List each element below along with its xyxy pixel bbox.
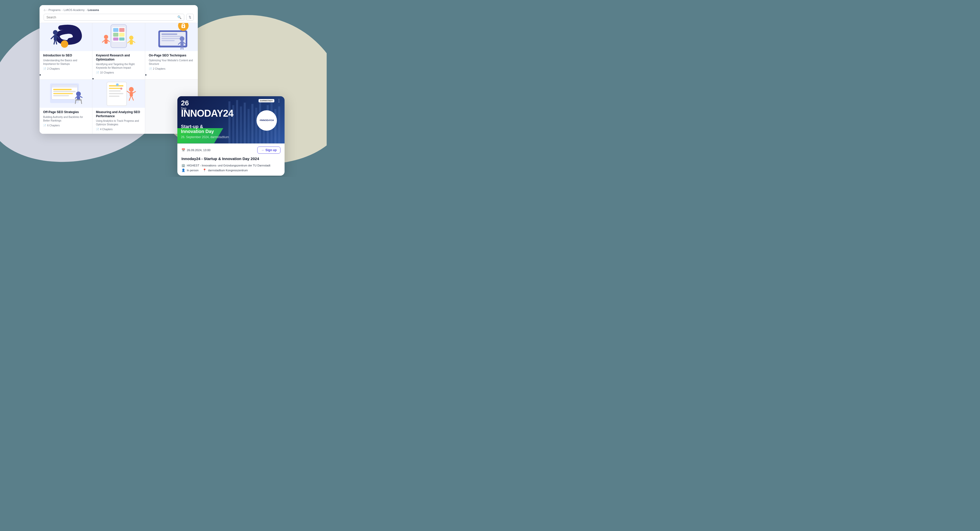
- event-format-row: 👤 In person 📍 darmstadtium Kongresszentr…: [181, 169, 280, 172]
- event-card: 26 Sep DARMSTADT ⋮ INNODAY24 Start-up & …: [177, 96, 285, 176]
- event-details: 🏢 HIGHEST - Innovations- und Gründungsze…: [181, 164, 280, 172]
- lesson-thumb-2: [92, 23, 145, 51]
- lesson-desc-1: Understanding the Basics and Importance …: [43, 59, 89, 66]
- lesson-info-1: Introduction to SEO Understanding the Ba…: [40, 51, 92, 73]
- chapters-count-3: 2 Chapters: [153, 67, 165, 70]
- lesson-title-2: Keyword Research and Optimization: [96, 54, 142, 62]
- svg-rect-63: [109, 96, 119, 97]
- svg-rect-47: [53, 91, 76, 92]
- lesson-card-5[interactable]: Measuring and Analyzing SEO Performance …: [92, 80, 145, 134]
- lesson-desc-2: Identifying and Targeting the Right Keyw…: [96, 62, 142, 70]
- svg-rect-14: [119, 33, 124, 37]
- event-venue-row: 🏢 HIGHEST - Innovations- und Gründungsze…: [181, 164, 280, 167]
- calendar-icon: 📅: [181, 148, 185, 152]
- svg-rect-85: [278, 107, 280, 144]
- home-icon[interactable]: ⌂: [44, 8, 45, 12]
- lessons-grid: Introduction to SEO Understanding the Ba…: [40, 23, 198, 134]
- lesson-info-3: On-Page SEO Techniques Optimizing Your W…: [145, 51, 198, 73]
- lesson-info-2: Keyword Research and Optimization Identi…: [92, 51, 145, 77]
- svg-rect-49: [53, 95, 69, 96]
- search-input[interactable]: [46, 16, 177, 19]
- svg-rect-76: [244, 103, 246, 144]
- svg-point-21: [129, 36, 133, 40]
- chapters-count-5: 4 Chapters: [100, 128, 113, 131]
- svg-rect-52: [75, 99, 82, 100]
- event-circle-logo: #INNODAY24: [256, 110, 277, 131]
- svg-point-36: [180, 37, 185, 41]
- breadcrumb-programs[interactable]: Programs: [48, 8, 61, 11]
- chapters-count-2: 10 Chapters: [100, 71, 114, 74]
- svg-rect-77: [248, 109, 250, 144]
- event-body: 📅 26.09.2024, 13:00 → Sign up Innoday24 …: [177, 144, 285, 176]
- lesson-info-5: Measuring and Analyzing SEO Performance …: [92, 108, 145, 134]
- lesson-info-4: Off-Page SEO Strategies Building Authori…: [40, 108, 92, 130]
- svg-rect-37: [180, 41, 183, 46]
- lesson-title-3: On-Page SEO Techniques: [149, 54, 194, 58]
- svg-rect-18: [104, 39, 107, 44]
- event-banner: 26 Sep DARMSTADT ⋮ INNODAY24 Start-up & …: [177, 96, 285, 144]
- breadcrumb-sep-1: ›: [46, 8, 48, 11]
- lesson-title-1: Introduction to SEO: [43, 54, 89, 58]
- svg-point-64: [116, 83, 119, 86]
- lesson-title-5: Measuring and Analyzing SEO Performance: [96, 110, 142, 118]
- chapters-count-1: 2 Chapters: [47, 67, 60, 70]
- lesson-card-3[interactable]: On-Page SEO Techniques Optimizing Your W…: [145, 23, 198, 80]
- svg-rect-60: [109, 88, 122, 89]
- lesson-desc-3: Optimizing Your Website's Content and St…: [149, 59, 194, 66]
- event-main-title-area: INNODAY24: [181, 108, 233, 118]
- event-banner-title: INNODAY24: [181, 108, 233, 118]
- svg-rect-46: [53, 89, 72, 90]
- event-tagline: Start-up & Innovation Day 26. September …: [181, 124, 229, 139]
- svg-rect-35: [183, 27, 183, 27]
- svg-line-54: [81, 100, 82, 104]
- svg-rect-29: [162, 36, 183, 37]
- lesson-dot-2: [92, 78, 94, 80]
- svg-rect-61: [109, 90, 121, 91]
- lesson-card-4[interactable]: Off-Page SEO Strategies Building Authori…: [40, 80, 92, 134]
- signup-button[interactable]: → Sign up: [257, 147, 280, 154]
- lesson-illustration-5: [92, 80, 145, 108]
- svg-rect-48: [53, 93, 73, 94]
- svg-point-2: [53, 30, 58, 35]
- svg-rect-30: [162, 38, 180, 39]
- svg-line-41: [183, 46, 183, 49]
- lesson-card-2[interactable]: Keyword Research and Optimization Identi…: [92, 23, 145, 80]
- event-format-text: In person: [187, 169, 199, 172]
- breadcrumb-academy[interactable]: LoftOS Academy: [64, 8, 85, 11]
- lesson-dot-1: [40, 74, 41, 76]
- svg-rect-79: [255, 108, 257, 144]
- lesson-card-1[interactable]: Introduction to SEO Understanding the Ba…: [40, 23, 92, 80]
- svg-rect-62: [109, 93, 124, 94]
- event-format: 👤 In person: [181, 169, 199, 172]
- chapters-icon-4: 📄: [43, 124, 46, 127]
- lesson-illustration-1: [40, 23, 92, 51]
- breadcrumb-current: Lessons: [88, 8, 99, 11]
- location-icon: 📍: [203, 169, 207, 172]
- svg-rect-78: [251, 104, 253, 144]
- svg-rect-75: [240, 107, 242, 144]
- chapters-count-4: 6 Chapters: [47, 124, 60, 127]
- svg-line-40: [181, 46, 181, 49]
- lesson-meta-2: 📄 10 Chapters: [96, 71, 142, 74]
- filter-button[interactable]: ⇅: [186, 14, 194, 21]
- breadcrumb: ⌂ › Programs › LoftOS Academy › Lessons: [44, 8, 194, 12]
- venue-icon: 🏢: [181, 164, 185, 167]
- event-tagline-line1: Start-up & Innovation Day: [181, 124, 229, 134]
- event-location: 📍 darmstadtium Kongresszentrum: [203, 169, 248, 172]
- breadcrumb-sep-2: ›: [62, 8, 63, 11]
- lesson-title-4: Off-Page SEO Strategies: [43, 110, 89, 114]
- lesson-illustration-3: [145, 23, 198, 51]
- lesson-thumb-4: [40, 80, 92, 108]
- svg-point-66: [129, 87, 134, 92]
- svg-point-17: [104, 35, 108, 39]
- chapters-icon-1: 📄: [43, 67, 46, 70]
- lesson-meta-5: 📄 4 Chapters: [96, 128, 142, 131]
- breadcrumb-sep-3: ›: [86, 8, 87, 11]
- lms-panel: ⌂ › Programs › LoftOS Academy › Lessons …: [40, 5, 198, 134]
- event-more-button[interactable]: ⋮: [276, 98, 282, 103]
- svg-rect-67: [130, 92, 133, 97]
- event-datetime: 📅 26.09.2024, 13:00: [181, 148, 210, 152]
- svg-rect-45: [52, 85, 77, 87]
- event-day: 26: [181, 99, 189, 107]
- lesson-thumb-1: [40, 23, 92, 51]
